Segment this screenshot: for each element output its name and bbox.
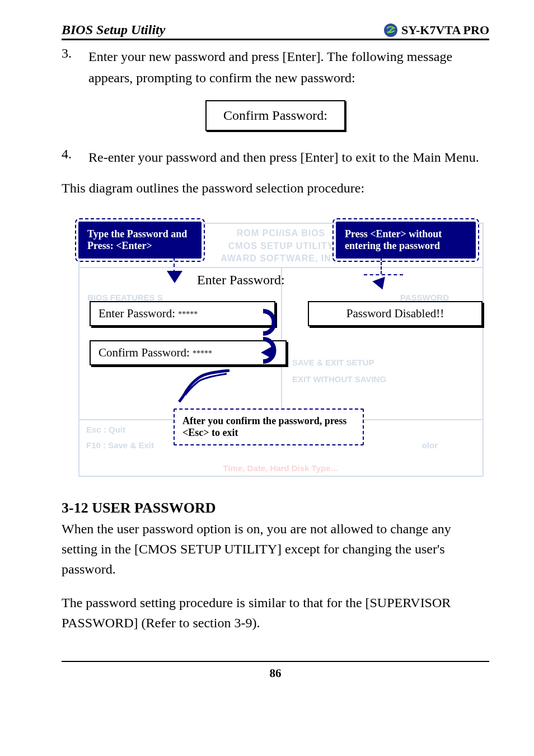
enter-password-label: Enter Password: (99, 307, 178, 320)
step-number: 4. (62, 147, 88, 168)
callout-type-password: Type the Password and Press: <Enter> (78, 222, 202, 259)
step-4: 4. Re-enter your password and then press… (62, 147, 489, 168)
footer-rule (62, 661, 489, 662)
bg-save-exit: SAVE & EXIT SETUP (292, 358, 374, 367)
confirm-password-box: Confirm Password: (205, 100, 345, 131)
brand-logo-icon (383, 23, 398, 37)
callout-after-confirm: After you confirm the password, press <E… (174, 408, 364, 445)
bg-bottom: Time, Date, Hard Disk Type… (79, 463, 483, 473)
confirm-password-input-box: Confirm Password: ***** (90, 340, 287, 365)
outline-paragraph: This diagram outlines the password selec… (62, 178, 489, 198)
header-right: SY-K7VTA PRO (383, 23, 489, 37)
page-header: BIOS Setup Utility SY-K7VTA PRO (62, 22, 489, 40)
arrow-down-icon (167, 271, 182, 283)
bg-t2: CMOS SETUP UTILITY (228, 241, 334, 251)
bg-exit-without: EXIT WITHOUT SAVING (292, 374, 386, 384)
squiggle-arrow-icon (174, 369, 235, 408)
confirm-password-label: Confirm Password: (99, 346, 193, 359)
step-number: 3. (62, 46, 88, 89)
bg-t3: AWARD SOFTWARE, INC. (221, 253, 341, 263)
password-diagram: ROM PCI/ISA BIOS CMOS SETUP UTILITY AWAR… (62, 212, 487, 477)
enter-password-box: Enter Password: ***** (90, 301, 275, 326)
page-number: 86 (62, 666, 489, 680)
step-text: Enter your new password and press [Enter… (88, 46, 489, 89)
section-p1: When the user password option is on, you… (62, 519, 489, 579)
section-heading: 3-12 USER PASSWORD (62, 500, 489, 516)
callout-text: Press <Enter> without entering the passw… (345, 228, 442, 251)
bg-color: olor (422, 440, 438, 450)
step-text: Re-enter your password and then press [E… (88, 147, 489, 168)
bg-enter-password: Enter Password: (197, 273, 285, 288)
bg-t1: ROM PCI/ISA BIOS (237, 228, 326, 238)
password-disabled-text: Password Disabled!! (346, 307, 444, 320)
enter-password-stars: ***** (178, 310, 198, 318)
arrow-left-icon (261, 346, 273, 359)
product-name: SY-K7VTA PRO (401, 23, 489, 37)
confirm-password-stars: ***** (193, 349, 212, 358)
callout-text: Type the Password and Press: <Enter> (87, 228, 187, 251)
section-p2: The password setting procedure is simila… (62, 593, 489, 633)
password-disabled-box: Password Disabled!! (308, 301, 483, 326)
callout-press-enter-without: Press <Enter> without entering the passw… (336, 222, 476, 259)
bg-esc: Esc : Quit (86, 425, 125, 434)
bg-f10: F10 : Save & Exit (86, 440, 154, 450)
callout-text: After you confirm the password, press <E… (182, 415, 346, 438)
header-left: BIOS Setup Utility (62, 22, 165, 37)
step-3: 3. Enter your new password and press [En… (62, 46, 489, 89)
